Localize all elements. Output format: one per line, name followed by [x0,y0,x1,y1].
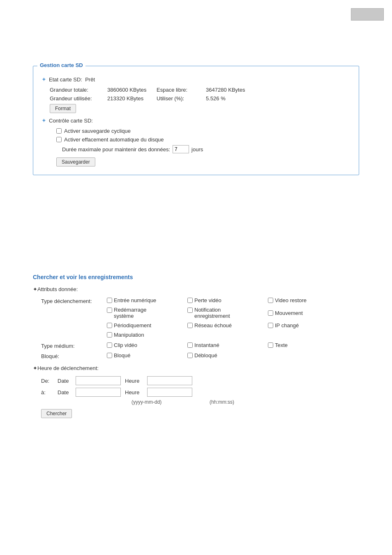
effacement-auto-label: Activer effacement automatique du disque [64,136,164,143]
format-button[interactable]: Format [50,104,76,113]
sauvegarde-checkbox-row[interactable]: Activer sauvegarde cyclique [56,128,350,134]
a-date-input[interactable] [76,388,121,397]
grandeur-utilisee-value: 213320 KBytes [107,95,157,102]
heure-label-de: Heure [125,378,145,384]
cb-clip-video-label: Clip vidéo [114,342,137,348]
effacement-checkbox-row[interactable]: Activer effacement automatique du disque [56,136,350,143]
heure-format-hint: (hh:mm:ss) [210,399,234,405]
grandeur-utilisee-row: Grandeur utilisée: 213320 KBytes Utilise… [50,95,350,102]
cb-mouvement-label: Mouvement [275,310,303,316]
heure-label-a: Heure [125,389,145,395]
cb-entree-numerique-label: Entrée numérique [114,297,156,303]
cb-mouvement[interactable] [268,310,273,316]
a-heure-input[interactable] [147,388,192,397]
a-row: à: Date Heure [41,388,359,397]
de-row: De: Date Heure [41,376,359,385]
a-label: à: [41,389,58,395]
cb-instantane[interactable] [187,342,193,348]
grandeur-totale-row: Grandeur totale: 3860600 KBytes Espace l… [50,87,350,93]
cb-manipulation-label: Manipulation [114,332,144,338]
etat-label: Etat carte SD: [49,76,82,83]
search-section-title: Chercher et voir les enregistrements [33,274,359,280]
type-medium-label: Type médium: [41,342,107,349]
type-dec-label: Type déclenchement: [41,297,107,304]
bloque-label: Bloqué: [41,352,107,359]
duration-row: Durée maximale pour maintenir des donnée… [62,145,350,153]
search-section: Chercher et voir les enregistrements ✦ A… [33,274,359,418]
cb-instantane-label: Instantané [194,342,219,348]
duration-label: Durée maximale pour maintenir des donnée… [62,146,170,153]
date-label-de: Date [58,378,74,384]
cb-debloque-label: Débloqué [194,352,217,358]
attributs-heading: ✦ Attributs donnée: [33,286,359,292]
cb-reseau-echoue-label: Réseau échoué [194,322,232,328]
cb-reseau-echoue[interactable] [187,323,193,328]
cb-notification-label: Notificationenregistrement [194,307,230,319]
cb-texte-label: Texte [275,342,288,348]
de-date-input[interactable] [76,376,121,385]
format-hints: (yyyy-mm-dd) (hh:mm:ss) [41,399,359,405]
duration-unit: jours [191,146,203,153]
format-btn-row: Format [50,104,350,113]
sauvegarde-cyclique-label: Activer sauvegarde cyclique [64,128,131,134]
de-heure-input[interactable] [147,376,192,385]
heure-label: Heure de déclenchement: [37,365,99,371]
save-btn-row: Sauvegarder [56,157,350,166]
cb-periodiquement-label: Périodiquement [114,322,151,328]
cb-clip-video[interactable] [107,342,112,348]
utiliser-value: 5.526 % [206,95,226,102]
heure-heading: ✦ Heure de déclenchement: [33,365,359,371]
heure-gear-icon: ✦ [33,365,37,371]
etat-heading: ✦ Etat carte SD: Prêt [42,76,350,83]
cb-ip-change-label: IP changé [275,322,299,328]
gestion-carte-sd-panel: Gestion carte SD ✦ Etat carte SD: Prêt G… [33,66,359,175]
search-btn-row: Chercher [41,409,359,418]
cb-debloque[interactable] [187,353,193,358]
cb-periodiquement[interactable] [107,323,112,328]
effacement-auto-checkbox[interactable] [56,137,62,142]
cb-video-restore[interactable] [268,298,273,303]
de-label: De: [41,378,58,384]
utiliser-label: Utiliser (%): [157,95,206,102]
attributs-gear-icon: ✦ [33,286,37,292]
cb-perte-video-label: Perte vidéo [194,297,221,303]
cb-entree-numerique[interactable] [107,298,112,303]
cb-perte-video[interactable] [187,298,193,303]
espace-libre-value: 3647280 KBytes [206,87,245,93]
top-right-button[interactable] [351,8,384,21]
date-format-hint: (yyyy-mm-dd) [131,399,185,405]
type-declenchement-row: Type déclenchement: Entrée numérique Per… [41,297,359,340]
cb-manipulation[interactable] [107,332,112,338]
date-label-a: Date [58,389,74,395]
cb-bloque-label: Bloqué [114,352,130,358]
search-button[interactable]: Chercher [41,409,72,418]
controle-heading: ✦ Contrôle carte SD: [42,117,350,124]
save-button[interactable]: Sauvegarder [56,157,95,166]
cb-texte[interactable] [268,342,273,348]
gear-icon: ✦ [42,76,46,83]
cb-notification[interactable] [187,308,193,313]
etat-value: Prêt [85,76,95,83]
grandeur-totale-label: Grandeur totale: [50,87,107,93]
gestion-panel-title: Gestion carte SD [37,62,85,68]
cb-redemarrage-label: Redémarragesystème [114,307,147,319]
type-medium-row: Type médium: Clip vidéo Instantané Texte [41,342,359,350]
controle-label: Contrôle carte SD: [49,118,93,124]
controle-gear-icon: ✦ [42,117,46,124]
duration-input[interactable]: 7 [173,145,189,153]
attributs-label: Attributs donnée: [37,286,78,292]
bloque-row: Bloqué: Bloqué Débloqué [41,352,359,360]
cb-bloque[interactable] [107,353,112,358]
cb-ip-change[interactable] [268,323,273,328]
sauvegarde-cyclique-checkbox[interactable] [56,128,62,134]
cb-redemarrage[interactable] [107,308,112,313]
grandeur-utilisee-label: Grandeur utilisée: [50,95,107,102]
espace-libre-label: Espace libre: [157,87,206,93]
grandeur-totale-value: 3860600 KBytes [107,87,157,93]
cb-video-restore-label: Video restore [275,297,307,303]
